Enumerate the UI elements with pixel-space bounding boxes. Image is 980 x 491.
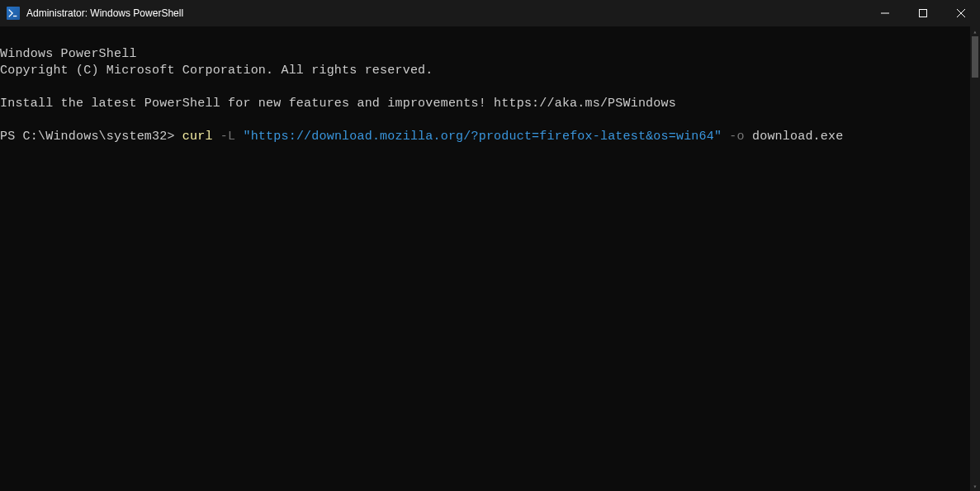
command-flag: -o [722,130,752,144]
scroll-down-arrow[interactable]: ▾ [970,481,980,491]
window-title: Administrator: Windows PowerShell [26,7,183,19]
window-titlebar: Administrator: Windows PowerShell [0,0,980,26]
close-button[interactable] [942,0,980,26]
command-line: PS C:\Windows\system32> curl -L "https:/… [0,130,843,144]
command-arg: download.exe [752,130,843,144]
terminal-line: Install the latest PowerShell for new fe… [0,97,676,111]
command-name: curl [182,130,213,144]
scrollbar-thumb[interactable] [972,36,978,78]
svg-rect-1 [920,10,927,17]
command-flag: -L [213,130,244,144]
terminal-line: Windows PowerShell [0,47,137,61]
powershell-icon [7,7,20,20]
window-controls [866,0,980,26]
scroll-up-arrow[interactable]: ▴ [970,26,980,36]
command-url: "https://download.mozilla.org/?product=f… [243,130,722,144]
titlebar-left: Administrator: Windows PowerShell [0,7,183,20]
maximize-button[interactable] [904,0,942,26]
terminal-line: Copyright (C) Microsoft Corporation. All… [0,64,433,78]
minimize-button[interactable] [866,0,904,26]
vertical-scrollbar[interactable]: ▴ ▾ [970,26,980,491]
prompt: PS C:\Windows\system32> [0,130,182,144]
terminal-output[interactable]: Windows PowerShell Copyright (C) Microso… [0,26,980,491]
